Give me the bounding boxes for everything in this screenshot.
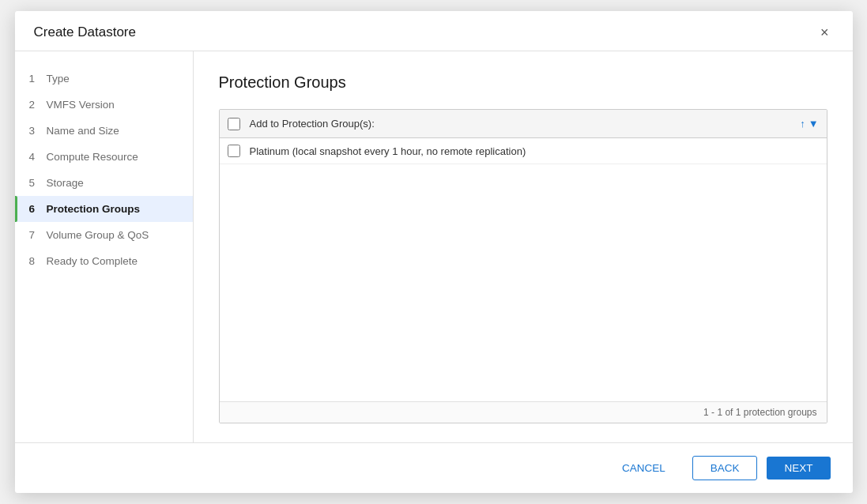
- main-content: Protection Groups Add to Protection Grou…: [194, 51, 853, 442]
- dialog-header: Create Datastore ×: [15, 11, 853, 51]
- step-num: 2: [29, 99, 40, 111]
- step-label: Compute Resource: [47, 151, 138, 163]
- step-num: 8: [29, 255, 40, 267]
- step-num: 1: [29, 73, 40, 85]
- back-button[interactable]: BACK: [692, 456, 758, 480]
- table-rows: Platinum (local snapshot every 1 hour, n…: [220, 138, 827, 401]
- sidebar-step-7[interactable]: 7Volume Group & QoS: [15, 222, 193, 248]
- step-num: 4: [29, 151, 40, 163]
- page-title: Protection Groups: [219, 73, 827, 92]
- step-num: 7: [29, 229, 40, 241]
- step-num: 6: [29, 203, 40, 215]
- filter-icon[interactable]: ▼: [809, 118, 819, 130]
- dialog-body: 1Type2VMFS Version3Name and Size4Compute…: [15, 51, 853, 442]
- sidebar-step-4[interactable]: 4Compute Resource: [15, 144, 193, 170]
- table-row: Platinum (local snapshot every 1 hour, n…: [220, 138, 827, 164]
- close-button[interactable]: ×: [816, 24, 834, 41]
- step-label: Ready to Complete: [47, 255, 138, 267]
- sidebar-step-2[interactable]: 2VMFS Version: [15, 92, 193, 118]
- protection-groups-table: Add to Protection Group(s): ↑ ▼ Platinum…: [219, 109, 827, 423]
- row-label: Platinum (local snapshot every 1 hour, n…: [250, 145, 526, 157]
- sort-icons: ↑ ▼: [800, 118, 818, 130]
- step-label: Protection Groups: [47, 203, 141, 215]
- sidebar-step-8[interactable]: 8Ready to Complete: [15, 248, 193, 274]
- step-label: Name and Size: [47, 125, 119, 137]
- sidebar-step-3[interactable]: 3Name and Size: [15, 118, 193, 144]
- select-all-checkbox[interactable]: [228, 118, 240, 130]
- step-num: 5: [29, 177, 40, 189]
- step-label: Storage: [47, 177, 84, 189]
- table-pagination-label: 1 - 1 of 1 protection groups: [703, 407, 816, 418]
- sidebar: 1Type2VMFS Version3Name and Size4Compute…: [15, 51, 194, 442]
- dialog-footer: CANCEL BACK NEXT: [15, 442, 853, 493]
- table-header-label: Add to Protection Group(s):: [250, 118, 801, 130]
- step-label: Type: [47, 73, 70, 85]
- row-checkbox[interactable]: [228, 145, 240, 157]
- dialog-title: Create Datastore: [34, 24, 136, 40]
- step-label: Volume Group & QoS: [47, 229, 149, 241]
- sidebar-step-5[interactable]: 5Storage: [15, 170, 193, 196]
- sort-asc-icon[interactable]: ↑: [800, 118, 805, 130]
- next-button[interactable]: NEXT: [767, 457, 830, 480]
- create-datastore-dialog: Create Datastore × 1Type2VMFS Version3Na…: [15, 11, 853, 493]
- cancel-button[interactable]: CANCEL: [605, 457, 683, 480]
- step-label: VMFS Version: [47, 99, 115, 111]
- step-num: 3: [29, 125, 40, 137]
- sidebar-step-6[interactable]: 6Protection Groups: [15, 196, 193, 222]
- sidebar-step-1[interactable]: 1Type: [15, 66, 193, 92]
- table-footer: 1 - 1 of 1 protection groups: [220, 401, 827, 423]
- table-header: Add to Protection Group(s): ↑ ▼: [220, 110, 827, 138]
